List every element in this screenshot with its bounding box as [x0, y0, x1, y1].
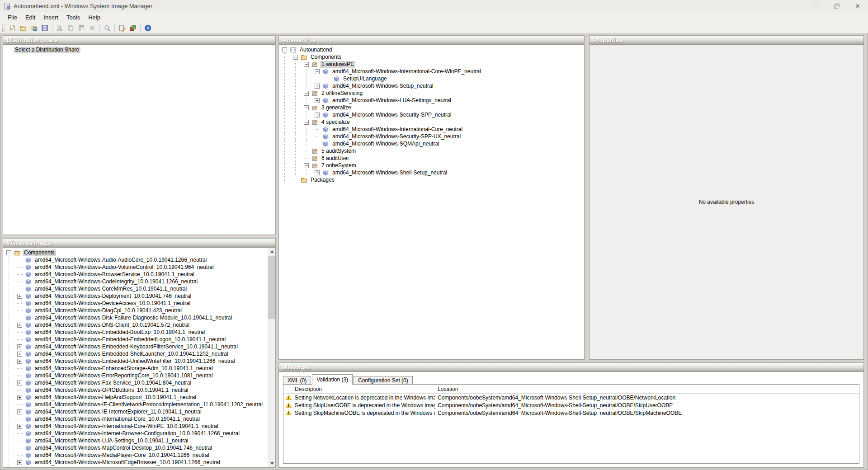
collapse-icon[interactable]: −: [304, 120, 309, 125]
open-windows-image-button[interactable]: [28, 23, 39, 33]
validate-answer-file-button[interactable]: [117, 23, 127, 33]
tab-validation-3[interactable]: Validation (3): [312, 374, 353, 385]
tree-row[interactable]: SetupUILanguage: [282, 75, 584, 82]
tree-label[interactable]: amd64_Microsoft-Windows-Embedded-Unified…: [33, 358, 236, 365]
tree-row[interactable]: +amd64_Microsoft-Windows-International-C…: [6, 423, 268, 430]
scroll-up-button[interactable]: [268, 248, 275, 255]
tree-label[interactable]: amd64_Microsoft-Windows-Embedded-Embedde…: [33, 336, 227, 343]
tree-label[interactable]: Components: [23, 249, 56, 256]
tree-row[interactable]: +amd64_Microsoft-Windows-Setup_neutral: [282, 82, 584, 89]
tree-label[interactable]: amd64_Microsoft-Windows-Audio-AudioCore_…: [33, 257, 208, 263]
menu-item-edit[interactable]: Edit: [21, 13, 39, 22]
tree-row[interactable]: amd64_Microsoft-Windows-EnhancedStorage-…: [6, 365, 268, 372]
tree-row[interactable]: −Components: [6, 249, 268, 256]
collapse-icon[interactable]: −: [304, 163, 309, 168]
tree-row[interactable]: Packages: [282, 176, 584, 183]
tree-row[interactable]: amd64_Microsoft-Windows-CoreMmRes_10.0.1…: [6, 285, 268, 292]
expand-icon[interactable]: +: [17, 424, 22, 429]
tree-label[interactable]: amd64_Microsoft-Windows-IE-ClientNetwork…: [33, 401, 264, 408]
tree-label[interactable]: amd64_Microsoft-Windows-GPIOButtons_10.0…: [33, 387, 190, 394]
tree-label[interactable]: Packages: [309, 177, 336, 183]
tree-label[interactable]: Select a Distribution Share: [14, 47, 80, 53]
tree-label[interactable]: amd64_Microsoft-Windows-SQMApi_neutral: [331, 141, 441, 147]
save-answer-file-button[interactable]: [39, 23, 50, 33]
help-button[interactable]: ?: [142, 23, 153, 33]
tree-row[interactable]: +amd64_Microsoft-Windows-Embedded-ShellL…: [6, 350, 268, 357]
tree-label[interactable]: amd64_Microsoft-Windows-Shell-Setup_neut…: [331, 169, 448, 176]
tree-row[interactable]: +amd64_Microsoft-Windows-MicrosoftEdgeBr…: [6, 459, 268, 466]
open-answer-file-button[interactable]: [18, 23, 28, 33]
tree-row[interactable]: −Components: [282, 53, 584, 61]
tree-label[interactable]: amd64_Microsoft-Windows-Embedded-Keyboar…: [33, 343, 239, 350]
cut-button[interactable]: [54, 23, 65, 33]
create-configuration-set-button[interactable]: [127, 23, 138, 33]
tree-label[interactable]: amd64_Microsoft-Windows-Security-SPP-UX_…: [331, 133, 462, 140]
collapse-icon[interactable]: −: [6, 250, 11, 255]
restore-button[interactable]: [826, 0, 847, 12]
tree-label[interactable]: amd64_Microsoft-Windows-MicrosoftEdgeBro…: [33, 459, 222, 466]
tree-label[interactable]: amd64_Microsoft-Windows-CodeIntegrity_10…: [33, 278, 199, 285]
tree-label[interactable]: amd64_Microsoft-Windows-Deployment_10.0.…: [33, 293, 193, 300]
expand-icon[interactable]: +: [17, 294, 22, 299]
tree-row[interactable]: amd64_Microsoft-Windows-GPIOButtons_10.0…: [6, 386, 268, 394]
expand-icon[interactable]: +: [315, 113, 320, 118]
tree-row[interactable]: +amd64_Microsoft-Windows-Embedded-Unifie…: [6, 357, 268, 365]
tree-label[interactable]: amd64_Microsoft-Windows-EnhancedStorage-…: [33, 365, 214, 372]
expand-icon[interactable]: +: [315, 84, 320, 89]
message-row[interactable]: Setting SkipMachineOOBE is deprecated in…: [283, 409, 859, 417]
expand-icon[interactable]: +: [17, 409, 22, 414]
tab-xml-0[interactable]: XML (0): [283, 376, 311, 385]
tree-label[interactable]: amd64_Microsoft-Windows-MapControl-Deskt…: [33, 445, 213, 451]
tree-label[interactable]: amd64_Microsoft-Windows-DeviceAccess_10.…: [33, 300, 192, 307]
tree-label[interactable]: amd64_Microsoft-Windows-DiagCpl_10.0.190…: [33, 307, 183, 314]
close-button[interactable]: ✕: [847, 0, 868, 12]
tree-label[interactable]: amd64_Microsoft-Windows-BrowserService_1…: [33, 271, 196, 278]
tree-row[interactable]: amd64_Microsoft-Windows-SQMApi_neutral: [282, 140, 584, 147]
tree-row[interactable]: +amd64_Microsoft-Windows-DNS-Client_10.0…: [6, 321, 268, 329]
expand-icon[interactable]: +: [315, 98, 320, 103]
tree-label[interactable]: amd64_Microsoft-Windows-Embedded-ShellLa…: [33, 351, 230, 357]
collapse-icon[interactable]: −: [282, 47, 287, 52]
tree-label[interactable]: amd64_Microsoft-Windows-Embedded-BootExp…: [33, 329, 206, 336]
windows-image-scrollbar[interactable]: [268, 248, 275, 467]
tree-row[interactable]: +amd64_Microsoft-Windows-Fax-Service_10.…: [6, 379, 268, 386]
tree-label[interactable]: 1 windowsPE: [320, 61, 355, 68]
tree-row[interactable]: amd64_Microsoft-Windows-IE-ClientNetwork…: [6, 401, 268, 408]
tree-label[interactable]: amd64_Microsoft-Windows-Fax-Service_10.0…: [33, 380, 193, 386]
tree-row[interactable]: −1 windowsPE: [282, 61, 584, 68]
tree-row[interactable]: amd64_Microsoft-Windows-DiagCpl_10.0.190…: [6, 307, 268, 314]
tree-label[interactable]: 7 oobeSystem: [320, 162, 358, 169]
tree-label[interactable]: Components: [309, 54, 343, 61]
tree-row[interactable]: +amd64_Microsoft-Windows-Embedded-Keyboa…: [6, 343, 268, 350]
tree-row[interactable]: amd64_Microsoft-Windows-Internet-Browser…: [6, 430, 268, 437]
tree-row[interactable]: amd64_Microsoft-Windows-Disk-Failure-Dia…: [6, 314, 268, 321]
tree-label[interactable]: amd64_Microsoft-Windows-DNS-Client_10.0.…: [33, 322, 191, 329]
tree-label[interactable]: amd64_Microsoft-Windows-Security-SPP_neu…: [331, 112, 453, 118]
tree-row[interactable]: −4 specialize: [282, 118, 584, 126]
tree-label[interactable]: amd64_Microsoft-Windows-ErrorReportingCo…: [33, 372, 214, 379]
tree-label[interactable]: amd64_Microsoft-Windows-International-Co…: [331, 126, 464, 133]
tree-row[interactable]: amd64_Microsoft-Windows-DeviceAccess_10.…: [6, 300, 268, 307]
tree-row[interactable]: amd64_Microsoft-Windows-Audio-AudioCore_…: [6, 256, 268, 263]
tree-label[interactable]: 5 auditSystem: [320, 148, 357, 155]
tree-label[interactable]: amd64_Microsoft-Windows-Setup_neutral: [331, 83, 434, 89]
tree-label[interactable]: amd64_Microsoft-Windows-CoreMmRes_10.0.1…: [33, 286, 188, 292]
tree-label[interactable]: amd64_Microsoft-Windows-MediaPlayer-Core…: [33, 452, 211, 459]
expand-icon[interactable]: +: [17, 381, 22, 385]
tree-row[interactable]: amd64_Microsoft-Windows-Security-SPP-UX_…: [282, 133, 584, 140]
copy-button[interactable]: [65, 23, 76, 33]
tree-row[interactable]: 6 auditUser: [282, 155, 584, 162]
tree-label[interactable]: amd64_Microsoft-Windows-IE-InternetExplo…: [33, 409, 203, 415]
tree-label[interactable]: amd64_Microsoft-Windows-International-Co…: [33, 416, 201, 423]
tree-row[interactable]: amd64_Microsoft-Windows-Embedded-Embedde…: [6, 336, 268, 343]
tree-row[interactable]: +amd64_Microsoft-Windows-Shell-Setup_neu…: [282, 169, 584, 176]
tree-label[interactable]: amd64_Microsoft-Windows-Audio-VolumeCont…: [33, 264, 215, 271]
tree-label[interactable]: amd64_Microsoft-Windows-International-Co…: [331, 68, 482, 75]
menu-item-tools[interactable]: Tools: [62, 13, 84, 22]
tree-row[interactable]: amd64_Microsoft-Windows-ErrorReportingCo…: [6, 372, 268, 379]
tree-label[interactable]: amd64_Microsoft-Windows-MobilePC-Sensors…: [33, 466, 220, 468]
tree-label[interactable]: 2 offlineServicing: [320, 90, 364, 97]
tree-row[interactable]: −3 generalize: [282, 104, 584, 111]
expand-icon[interactable]: +: [17, 344, 22, 349]
tree-label[interactable]: amd64_Microsoft-Windows-Disk-Failure-Dia…: [33, 315, 233, 321]
